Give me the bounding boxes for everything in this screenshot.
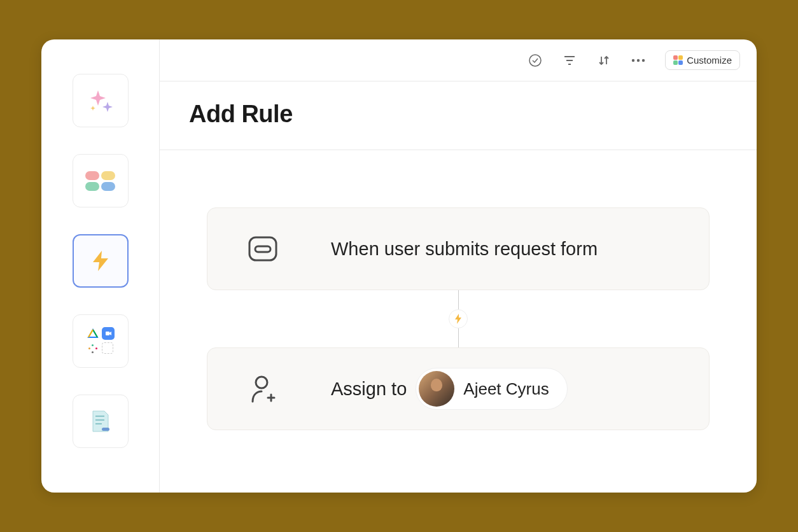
assignee-pill[interactable]: Ajeet Cyrus [416, 368, 567, 410]
more-button[interactable] [631, 53, 646, 68]
complete-toggle[interactable] [528, 53, 543, 68]
page-header: Add Rule [160, 81, 757, 150]
svg-point-15 [642, 59, 645, 61]
assign-person-icon [246, 374, 280, 404]
lightning-bolt-small-icon [454, 313, 463, 325]
svg-point-18 [256, 377, 267, 388]
svg-rect-0 [106, 332, 109, 335]
svg-rect-4 [92, 351, 94, 353]
document-icon [89, 409, 112, 434]
trigger-text: When user submits request form [331, 239, 598, 260]
svg-rect-17 [255, 246, 270, 252]
svg-rect-3 [95, 347, 97, 349]
check-circle-icon [528, 53, 542, 67]
filter-button[interactable] [562, 53, 577, 68]
svg-rect-1 [88, 347, 90, 349]
connector-line-top [458, 290, 459, 312]
customize-label: Customize [687, 55, 732, 66]
svg-point-14 [637, 59, 640, 61]
apps-icon [85, 171, 115, 191]
customize-button[interactable]: Customize [665, 50, 740, 70]
sort-icon [598, 54, 610, 67]
form-icon [246, 235, 280, 263]
sidebar-item-docs[interactable] [73, 395, 129, 448]
toolbar: Customize [160, 39, 757, 81]
action-card[interactable]: Assign to Ajeet Cyrus [207, 347, 710, 430]
customize-grid-icon [673, 55, 683, 65]
rule-canvas: When user submits request form Assign to [160, 150, 757, 493]
connector-bolt [449, 309, 468, 328]
integrations-icon [87, 327, 115, 355]
action-label: Assign to [331, 379, 407, 400]
connector-line-bottom [458, 326, 459, 347]
svg-point-13 [632, 59, 634, 61]
svg-rect-8 [102, 428, 109, 431]
svg-point-9 [529, 55, 541, 66]
sidebar-item-integrations[interactable] [73, 314, 129, 368]
sidebar-item-rules[interactable] [73, 234, 129, 288]
lightning-bolt-icon [88, 248, 113, 274]
assignee-name: Ajeet Cyrus [463, 379, 549, 399]
sparkle-icon [87, 87, 115, 115]
page-title: Add Rule [189, 101, 727, 128]
svg-rect-16 [249, 237, 276, 260]
sidebar [41, 39, 160, 493]
trigger-card[interactable]: When user submits request form [207, 207, 710, 290]
sort-button[interactable] [596, 53, 612, 68]
sidebar-item-ai[interactable] [73, 74, 129, 127]
more-horizontal-icon [631, 59, 645, 62]
sidebar-item-apps[interactable] [73, 154, 129, 207]
app-window: Customize Add Rule When user submits req… [41, 39, 757, 493]
filter-icon [563, 55, 576, 66]
main-content: Customize Add Rule When user submits req… [160, 39, 757, 493]
avatar [419, 371, 454, 407]
svg-rect-2 [92, 344, 94, 346]
connector [449, 290, 468, 347]
